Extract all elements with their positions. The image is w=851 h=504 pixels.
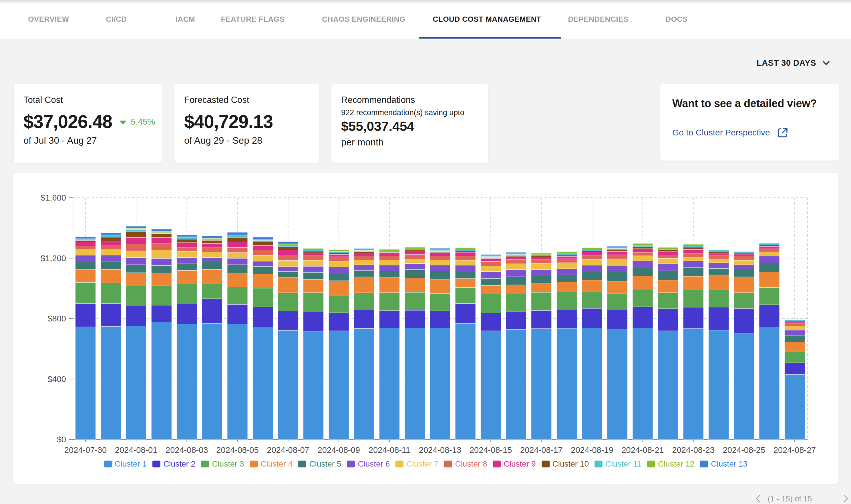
bar-segment-2024-08-27-cluster-10[interactable] bbox=[785, 321, 805, 322]
bar-segment-2024-08-01-cluster-2[interactable] bbox=[126, 306, 146, 326]
bar-segment-2024-08-11-cluster-11[interactable] bbox=[379, 251, 399, 253]
bar-segment-2024-08-02-cluster-12[interactable] bbox=[151, 231, 172, 233]
bar-segment-2024-08-21-cluster-8[interactable] bbox=[632, 252, 653, 256]
bar-segment-2024-08-16-cluster-13[interactable] bbox=[506, 252, 526, 253]
bar-segment-2024-08-02-cluster-11[interactable] bbox=[151, 233, 172, 233]
bar-segment-2024-08-22-cluster-13[interactable] bbox=[658, 247, 678, 248]
bar-segment-2024-08-04-cluster-9[interactable] bbox=[202, 244, 222, 248]
bar-segment-2024-08-19-cluster-13[interactable] bbox=[582, 248, 602, 248]
bar-segment-2024-08-22-cluster-8[interactable] bbox=[658, 255, 678, 258]
bar-segment-2024-08-22-cluster-3[interactable] bbox=[658, 292, 678, 309]
bar-segment-2024-08-01-cluster-13[interactable] bbox=[126, 226, 146, 228]
bar-segment-2024-08-14-cluster-13[interactable] bbox=[455, 248, 475, 248]
bar-segment-2024-08-27-cluster-7[interactable] bbox=[785, 326, 805, 330]
bar-segment-2024-08-03-cluster-11[interactable] bbox=[177, 238, 197, 239]
bar-segment-2024-08-20-cluster-1[interactable] bbox=[607, 329, 628, 439]
bar-segment-2024-08-25-cluster-5[interactable] bbox=[734, 270, 754, 277]
bar-segment-2024-08-26-cluster-11[interactable] bbox=[759, 244, 780, 245]
bar-segment-2024-08-22-cluster-12[interactable] bbox=[658, 248, 678, 249]
bar-segment-2024-08-18-cluster-2[interactable] bbox=[556, 310, 577, 328]
bar-segment-2024-08-02-cluster-13[interactable] bbox=[151, 229, 172, 231]
bar-segment-2024-08-07-cluster-13[interactable] bbox=[278, 241, 298, 244]
bar-segment-2024-08-14-cluster-12[interactable] bbox=[455, 248, 475, 250]
time-range-dropdown[interactable]: LAST 30 DAYS bbox=[757, 57, 830, 69]
bar-segment-2024-08-12-cluster-13[interactable] bbox=[405, 247, 425, 248]
bar-segment-2024-08-12-cluster-8[interactable] bbox=[405, 255, 425, 259]
bar-segment-2024-08-03-cluster-7[interactable] bbox=[177, 251, 197, 257]
bar-segment-2024-08-04-cluster-12[interactable] bbox=[202, 238, 222, 239]
bar-segment-2024-08-10-cluster-5[interactable] bbox=[354, 271, 374, 277]
bar-segment-2024-08-09-cluster-7[interactable] bbox=[329, 261, 349, 267]
bar-segment-2024-08-21-cluster-4[interactable] bbox=[632, 276, 653, 289]
bar-segment-2024-08-23-cluster-8[interactable] bbox=[683, 253, 704, 257]
bar-segment-2024-08-10-cluster-8[interactable] bbox=[354, 256, 374, 260]
legend-item-cluster-12[interactable]: Cluster 12 bbox=[647, 460, 695, 469]
tab-cloud-cost-management[interactable]: CLOUD COST MANAGEMENT bbox=[433, 0, 541, 39]
bar-segment-2024-08-12-cluster-3[interactable] bbox=[405, 292, 425, 310]
bar-segment-2024-07-30-cluster-5[interactable] bbox=[75, 262, 96, 269]
bar-segment-2024-08-05-cluster-3[interactable] bbox=[227, 287, 248, 304]
bar-segment-2024-08-06-cluster-11[interactable] bbox=[253, 240, 273, 242]
bar-segment-2024-08-07-cluster-7[interactable] bbox=[278, 260, 298, 267]
bar-segment-2024-08-22-cluster-10[interactable] bbox=[658, 250, 678, 251]
bar-segment-2024-08-23-cluster-11[interactable] bbox=[683, 246, 704, 248]
bar-segment-2024-07-31-cluster-9[interactable] bbox=[101, 241, 121, 246]
bar-segment-2024-08-07-cluster-4[interactable] bbox=[278, 277, 298, 293]
tab-docs[interactable]: DOCS bbox=[665, 0, 688, 39]
bar-segment-2024-08-03-cluster-13[interactable] bbox=[177, 235, 197, 237]
bar-segment-2024-08-16-cluster-6[interactable] bbox=[506, 270, 526, 277]
tab-iacm[interactable]: IACM bbox=[176, 0, 195, 39]
bar-segment-2024-08-15-cluster-4[interactable] bbox=[481, 285, 501, 294]
bar-segment-2024-07-31-cluster-10[interactable] bbox=[101, 237, 121, 241]
bar-segment-2024-08-27-cluster-8[interactable] bbox=[785, 324, 805, 326]
bar-segment-2024-08-08-cluster-7[interactable] bbox=[303, 260, 324, 266]
bar-segment-2024-08-11-cluster-10[interactable] bbox=[379, 252, 399, 254]
bar-segment-2024-08-23-cluster-12[interactable] bbox=[683, 244, 704, 246]
bar-segment-2024-08-22-cluster-9[interactable] bbox=[658, 251, 678, 255]
bar-segment-2024-08-16-cluster-2[interactable] bbox=[506, 312, 526, 329]
bar-segment-2024-08-11-cluster-2[interactable] bbox=[379, 310, 399, 328]
bar-segment-2024-08-19-cluster-2[interactable] bbox=[582, 308, 602, 328]
bar-segment-2024-08-02-cluster-4[interactable] bbox=[151, 273, 172, 286]
bar-segment-2024-08-20-cluster-2[interactable] bbox=[607, 310, 628, 329]
bar-segment-2024-08-08-cluster-5[interactable] bbox=[303, 272, 324, 280]
bar-segment-2024-07-31-cluster-4[interactable] bbox=[101, 269, 121, 283]
bar-segment-2024-08-25-cluster-1[interactable] bbox=[734, 333, 754, 439]
bar-segment-2024-08-15-cluster-2[interactable] bbox=[481, 313, 501, 330]
bar-segment-2024-08-25-cluster-7[interactable] bbox=[734, 260, 754, 265]
bar-segment-2024-08-15-cluster-3[interactable] bbox=[481, 294, 501, 313]
bar-segment-2024-08-07-cluster-10[interactable] bbox=[278, 247, 298, 250]
bar-segment-2024-08-14-cluster-4[interactable] bbox=[455, 278, 475, 288]
bar-segment-2024-08-03-cluster-5[interactable] bbox=[177, 263, 197, 270]
bar-segment-2024-08-13-cluster-10[interactable] bbox=[430, 251, 450, 253]
bar-segment-2024-08-01-cluster-1[interactable] bbox=[126, 326, 146, 439]
bar-segment-2024-08-19-cluster-8[interactable] bbox=[582, 255, 602, 259]
bar-segment-2024-08-18-cluster-11[interactable] bbox=[556, 254, 577, 255]
bar-segment-2024-08-20-cluster-8[interactable] bbox=[607, 255, 628, 259]
bar-segment-2024-08-27-cluster-5[interactable] bbox=[785, 336, 805, 342]
bar-segment-2024-08-05-cluster-7[interactable] bbox=[227, 253, 248, 258]
bar-segment-2024-08-09-cluster-12[interactable] bbox=[329, 250, 349, 252]
bar-segment-2024-08-20-cluster-12[interactable] bbox=[607, 247, 628, 248]
bar-segment-2024-08-18-cluster-12[interactable] bbox=[556, 252, 577, 254]
bar-segment-2024-08-21-cluster-12[interactable] bbox=[632, 244, 653, 246]
bar-segment-2024-08-04-cluster-6[interactable] bbox=[202, 257, 222, 262]
legend-item-cluster-1[interactable]: Cluster 1 bbox=[104, 460, 147, 469]
bar-segment-2024-08-08-cluster-12[interactable] bbox=[303, 248, 324, 250]
bar-segment-2024-08-21-cluster-3[interactable] bbox=[632, 289, 653, 307]
bar-segment-2024-08-03-cluster-9[interactable] bbox=[177, 242, 197, 247]
bar-segment-2024-08-11-cluster-1[interactable] bbox=[379, 328, 399, 439]
bar-segment-2024-08-03-cluster-1[interactable] bbox=[177, 324, 197, 439]
bar-segment-2024-08-01-cluster-12[interactable] bbox=[126, 228, 146, 230]
bar-segment-2024-08-06-cluster-8[interactable] bbox=[253, 250, 273, 255]
bar-segment-2024-08-02-cluster-7[interactable] bbox=[151, 250, 172, 258]
bar-segment-2024-08-11-cluster-13[interactable] bbox=[379, 249, 399, 249]
bar-segment-2024-08-04-cluster-13[interactable] bbox=[202, 236, 222, 238]
bar-segment-2024-07-30-cluster-11[interactable] bbox=[75, 239, 96, 240]
bar-segment-2024-08-02-cluster-6[interactable] bbox=[151, 258, 172, 266]
bar-segment-2024-08-03-cluster-4[interactable] bbox=[177, 270, 197, 284]
bar-segment-2024-08-11-cluster-7[interactable] bbox=[379, 260, 399, 265]
bar-segment-2024-08-08-cluster-2[interactable] bbox=[303, 312, 324, 331]
bar-segment-2024-08-14-cluster-10[interactable] bbox=[455, 251, 475, 252]
bar-segment-2024-08-16-cluster-4[interactable] bbox=[506, 285, 526, 294]
